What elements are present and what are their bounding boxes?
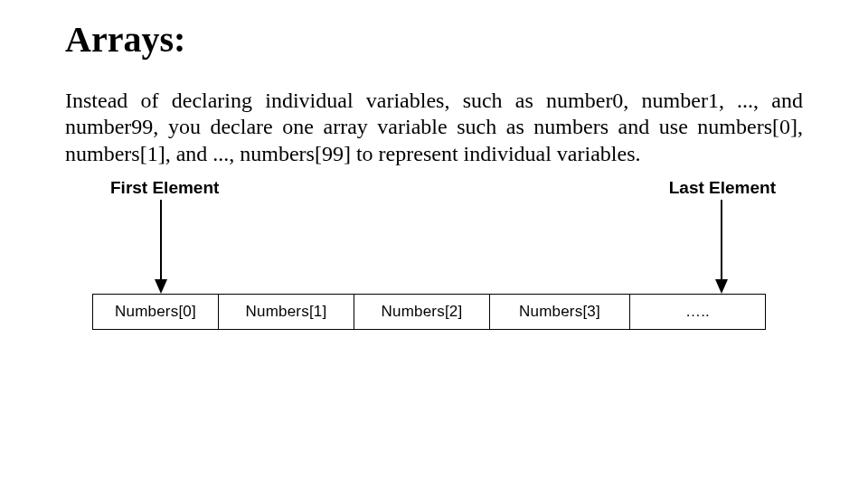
arrow-down-icon xyxy=(712,200,731,294)
array-cell: Numbers[1] xyxy=(219,294,354,330)
svg-marker-1 xyxy=(155,279,167,294)
array-cell: Numbers[0] xyxy=(92,294,219,330)
array-diagram: First Element Last Element Numbers[0] Nu… xyxy=(65,178,803,368)
first-element-label: First Element xyxy=(110,178,219,198)
arrow-down-icon xyxy=(152,200,170,294)
array-cell: ….. xyxy=(630,294,766,330)
last-element-label: Last Element xyxy=(669,178,776,198)
body-paragraph: Instead of declaring individual variable… xyxy=(65,88,803,167)
array-cell: Numbers[3] xyxy=(490,294,630,330)
page-title: Arrays: xyxy=(65,18,803,61)
array-cell: Numbers[2] xyxy=(354,294,490,330)
slide: Arrays: Instead of declaring individual … xyxy=(0,0,868,488)
svg-marker-3 xyxy=(715,279,728,294)
array-cells-row: Numbers[0] Numbers[1] Numbers[2] Numbers… xyxy=(92,294,766,330)
